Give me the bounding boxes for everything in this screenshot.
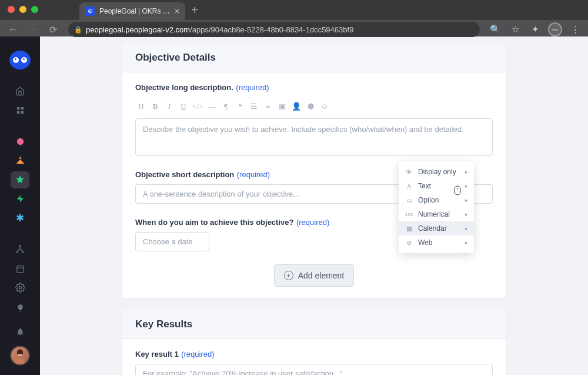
long-description-field: Objective long description. (required) H… (135, 82, 493, 156)
bullet-list-icon[interactable]: ☰ (248, 101, 260, 112)
text-icon: A (405, 182, 413, 190)
zoom-icon[interactable]: 🔍 (487, 21, 503, 38)
card-header: Key Results (122, 310, 506, 339)
calendar-icon: ▦ (405, 225, 413, 233)
card-title: Objective Details (135, 52, 493, 64)
bookmark-icon[interactable]: ☆ (507, 21, 523, 38)
sidebar-item-settings-icon[interactable] (11, 279, 29, 296)
field-label: Objective short description (135, 170, 234, 179)
chevron-right-icon: ▸ (465, 240, 468, 245)
plus-icon: + (284, 271, 293, 280)
home-icon[interactable] (11, 82, 29, 99)
dropdown-item-web[interactable]: ⊕ Web ▸ (399, 235, 474, 250)
numbered-list-icon[interactable]: ≡ (262, 101, 274, 112)
chevron-right-icon: ▸ (465, 197, 468, 203)
italic-icon[interactable]: I (163, 101, 175, 112)
forward-button[interactable]: → (25, 21, 41, 38)
back-button[interactable]: ← (5, 21, 21, 38)
dropdown-item-calendar[interactable]: ▦ Calendar ▸ (399, 221, 474, 235)
rich-text-toolbar: H B I U </> — ¶ ❝ ☰ ≡ ▣ 👤 ⬢ ☺ (135, 95, 493, 118)
kr1-input[interactable]: For example: "Achieve 20% increase in us… (135, 364, 493, 375)
dropdown-label: Numerical (418, 210, 460, 218)
web-icon: ⊕ (405, 239, 413, 247)
long-description-input[interactable]: Describe the objective you wish to achie… (135, 118, 493, 156)
apps-icon[interactable] (11, 102, 29, 119)
dropdown-label: Calendar (418, 224, 460, 233)
svg-point-8 (16, 251, 18, 253)
sidebar: ✱ (0, 36, 40, 375)
sidebar-item-pink-icon[interactable] (11, 133, 29, 150)
sidebar-item-orange-icon[interactable] (11, 152, 29, 169)
sidebar-item-star-icon[interactable] (11, 171, 29, 188)
required-tag: (required) (237, 170, 270, 179)
divider-icon[interactable]: — (206, 101, 218, 112)
dropdown-label: Option (418, 196, 460, 204)
minimize-window-icon[interactable] (19, 6, 26, 13)
card-header: Objective Details (122, 44, 506, 72)
menu-icon[interactable]: ⋮ (567, 21, 583, 38)
maximize-window-icon[interactable] (31, 6, 38, 13)
dropdown-item-numerical[interactable]: 123 Numerical ▸ (399, 207, 474, 221)
mention-icon[interactable]: 👤 (290, 101, 302, 112)
eye-icon: 👁 (405, 168, 413, 175)
tab-title: PeopleGoal | OKRs (Objectives... (99, 7, 170, 15)
browser-tab[interactable]: ⦾ PeopleGoal | OKRs (Objectives... × (79, 2, 185, 20)
tab-close-icon[interactable]: × (175, 6, 179, 16)
app-container: ✱ Objective Details (0, 36, 588, 375)
svg-marker-6 (16, 195, 23, 203)
dropdown-item-text[interactable]: A Text ▸ (399, 179, 474, 193)
app-logo-icon[interactable] (9, 51, 31, 69)
extensions-icon[interactable]: ✦ (527, 21, 543, 38)
field-label: Key result 1 (135, 350, 179, 359)
chevron-right-icon: ▸ (465, 211, 468, 217)
paragraph-icon[interactable]: ¶ (220, 101, 232, 112)
card-body: Key result 1 (required) For example: "Ac… (122, 339, 506, 375)
required-tag: (required) (181, 350, 214, 359)
field-label: Objective long description. (135, 83, 233, 92)
new-tab-button[interactable]: + (185, 4, 204, 17)
profile-icon[interactable] (547, 21, 563, 38)
main-content: Objective Details Objective long descrip… (40, 36, 588, 375)
svg-point-9 (22, 251, 24, 253)
tab-bar: ⦾ PeopleGoal | OKRs (Objectives... × + (38, 0, 588, 20)
url-input[interactable]: 🔒 peoplegoal.peoplegoal-v2.com/apps/904a… (68, 22, 480, 37)
objective-details-card: Objective Details Objective long descrip… (122, 44, 506, 298)
dropdown-label: Display only (418, 168, 460, 176)
attachment-icon[interactable]: ⬢ (305, 101, 316, 112)
emoji-icon[interactable]: ☺ (319, 101, 330, 112)
sidebar-hint-icon[interactable] (11, 298, 29, 317)
svg-point-12 (19, 287, 21, 289)
lock-icon: 🔒 (74, 26, 82, 34)
dropdown-item-display-only[interactable]: 👁 Display only ▸ (399, 165, 474, 179)
achieve-date-input[interactable]: Choose a date (135, 232, 209, 251)
tab-favicon-icon: ⦾ (85, 6, 95, 16)
heading-icon[interactable]: H (135, 101, 147, 112)
window-controls (0, 0, 38, 13)
svg-rect-3 (21, 111, 23, 113)
reload-button[interactable]: ⟳ (45, 21, 61, 38)
add-element-container: + Add element (135, 264, 493, 287)
sidebar-item-org-icon[interactable] (11, 241, 29, 258)
option-icon: ▭ (405, 197, 413, 204)
bold-icon[interactable]: B (149, 101, 161, 112)
sidebar-item-asterisk-icon[interactable]: ✱ (11, 210, 29, 227)
field-label: When do you aim to achieve this objectiv… (135, 218, 293, 227)
quote-icon[interactable]: ❝ (234, 101, 246, 112)
svg-point-4 (16, 138, 23, 144)
close-window-icon[interactable] (8, 6, 15, 13)
svg-rect-10 (16, 266, 23, 272)
code-icon[interactable]: </> (192, 101, 203, 112)
user-avatar[interactable] (10, 346, 30, 366)
sidebar-item-calendar-icon[interactable] (11, 260, 29, 277)
dropdown-label: Text (418, 182, 460, 190)
numerical-icon: 123 (405, 212, 413, 217)
required-tag: (required) (296, 218, 329, 227)
add-element-button[interactable]: + Add element (274, 264, 355, 287)
dropdown-label: Web (418, 238, 460, 247)
image-icon[interactable]: ▣ (276, 101, 288, 112)
sidebar-item-bolt-icon[interactable] (11, 191, 29, 208)
underline-icon[interactable]: U (178, 101, 189, 112)
sidebar-notifications-icon[interactable] (11, 322, 29, 341)
dropdown-item-option[interactable]: ▭ Option ▸ (399, 193, 474, 207)
url-text: peoplegoal.peoplegoal-v2.com/apps/904acb… (86, 25, 353, 34)
